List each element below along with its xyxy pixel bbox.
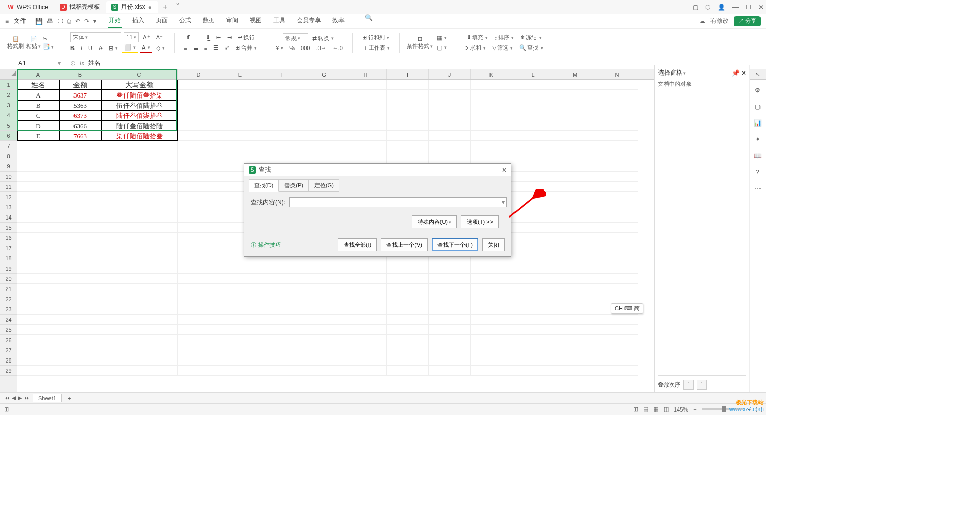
cell[interactable] — [512, 223, 554, 233]
cell[interactable]: 6366 — [59, 120, 101, 131]
cell[interactable] — [59, 366, 101, 376]
cell[interactable] — [303, 304, 345, 315]
cell[interactable] — [345, 325, 387, 335]
cell[interactable] — [59, 233, 101, 243]
cell[interactable] — [178, 274, 219, 284]
cell[interactable] — [101, 274, 178, 284]
cell[interactable] — [554, 294, 596, 304]
row-header[interactable]: 10 — [0, 172, 17, 182]
cell[interactable] — [429, 294, 471, 304]
cell[interactable] — [345, 141, 387, 151]
col-header[interactable]: B — [59, 69, 101, 79]
cell[interactable] — [178, 355, 219, 366]
cell[interactable] — [303, 141, 345, 151]
cell[interactable] — [59, 192, 101, 202]
cell[interactable] — [59, 141, 101, 151]
cell[interactable] — [596, 294, 638, 304]
cell[interactable] — [219, 80, 261, 90]
tips-link[interactable]: ⓘ 操作技巧 — [251, 241, 281, 249]
cell[interactable] — [17, 274, 59, 284]
cell[interactable] — [101, 263, 178, 274]
number-format-select[interactable]: 常规 — [283, 33, 308, 43]
cell[interactable] — [59, 315, 101, 325]
cell[interactable] — [429, 325, 471, 335]
cell[interactable]: E — [17, 131, 59, 141]
cell[interactable] — [261, 80, 303, 90]
cell[interactable]: 柒仟陆佰陆拾叁 — [101, 131, 178, 141]
col-header[interactable]: G — [303, 69, 345, 79]
cell[interactable] — [101, 345, 178, 355]
cell[interactable]: 陆仟叁佰陆拾陆 — [101, 120, 178, 131]
cell[interactable] — [471, 315, 512, 325]
cube-icon[interactable]: ⬡ — [705, 4, 710, 11]
cell[interactable] — [219, 294, 261, 304]
cell[interactable] — [178, 141, 219, 151]
cell[interactable] — [178, 131, 219, 141]
cell[interactable] — [261, 335, 303, 345]
cell[interactable] — [17, 294, 59, 304]
cell[interactable] — [512, 325, 554, 335]
cell[interactable] — [596, 110, 638, 120]
cond-format-icon[interactable]: ⊞ — [418, 36, 422, 42]
paste-icon[interactable]: 📄 — [26, 36, 41, 42]
avatar-icon[interactable]: 👤 — [718, 4, 725, 11]
undo-icon[interactable]: ↶ — [75, 18, 80, 25]
cell[interactable] — [101, 304, 178, 315]
cell[interactable] — [554, 80, 596, 90]
dialog-close-icon[interactable]: ✕ — [502, 166, 507, 174]
cell[interactable] — [178, 335, 219, 345]
cell[interactable] — [554, 355, 596, 366]
cell[interactable] — [178, 202, 219, 212]
rail-help-icon[interactable]: ? — [756, 168, 760, 176]
cell[interactable] — [512, 294, 554, 304]
cell[interactable] — [219, 325, 261, 335]
cell[interactable] — [261, 284, 303, 294]
cell[interactable]: 陆仟叁佰柒拾叁 — [101, 110, 178, 120]
row-header[interactable]: 9 — [0, 161, 17, 172]
cell[interactable] — [554, 345, 596, 355]
cell[interactable] — [219, 335, 261, 345]
row-header[interactable]: 22 — [0, 294, 17, 304]
shrink-font-icon[interactable]: A⁻ — [154, 33, 165, 42]
cell[interactable] — [345, 355, 387, 366]
col-header[interactable]: J — [429, 69, 471, 79]
currency-icon[interactable]: ¥ — [274, 44, 285, 52]
row-header[interactable]: 20 — [0, 274, 17, 284]
cell[interactable] — [17, 325, 59, 335]
cell[interactable] — [471, 274, 512, 284]
cell[interactable] — [512, 80, 554, 90]
file-menu[interactable]: 文件 — [14, 17, 26, 26]
cell[interactable] — [471, 120, 512, 131]
stack-down-button[interactable]: ˅ — [697, 380, 707, 390]
cell[interactable] — [596, 202, 638, 212]
cell[interactable] — [345, 304, 387, 315]
cell[interactable] — [554, 151, 596, 161]
hamburger-icon[interactable]: ≡ — [5, 18, 9, 25]
cell[interactable] — [429, 274, 471, 284]
row-header[interactable]: 8 — [0, 151, 17, 161]
cell[interactable] — [512, 141, 554, 151]
cut-icon[interactable]: ✂ — [43, 36, 54, 42]
cell[interactable] — [554, 284, 596, 294]
cell[interactable]: 金额 — [59, 80, 101, 90]
cell[interactable] — [178, 110, 219, 120]
tab-efficiency[interactable]: 效率 — [331, 14, 346, 28]
indent-dec-icon[interactable]: ⇤ — [214, 33, 223, 42]
col-header[interactable]: D — [178, 69, 219, 79]
convert-button[interactable]: ⇄ 转换 — [310, 34, 336, 43]
align-left-icon[interactable]: ≡ — [182, 44, 189, 52]
row-header[interactable]: 26 — [0, 335, 17, 345]
cell[interactable] — [17, 284, 59, 294]
cell[interactable] — [554, 100, 596, 110]
cell[interactable] — [345, 345, 387, 355]
col-header[interactable]: E — [219, 69, 261, 79]
tab-formula[interactable]: 公式 — [178, 14, 192, 28]
cell[interactable] — [471, 131, 512, 141]
cell[interactable] — [512, 304, 554, 315]
align-justify-icon[interactable]: ☰ — [211, 43, 220, 52]
cell[interactable] — [596, 355, 638, 366]
cell[interactable] — [512, 233, 554, 243]
cell[interactable] — [345, 120, 387, 131]
tab-workbook[interactable]: S 月份.xlsx ● — [106, 1, 158, 13]
cell[interactable] — [178, 325, 219, 335]
